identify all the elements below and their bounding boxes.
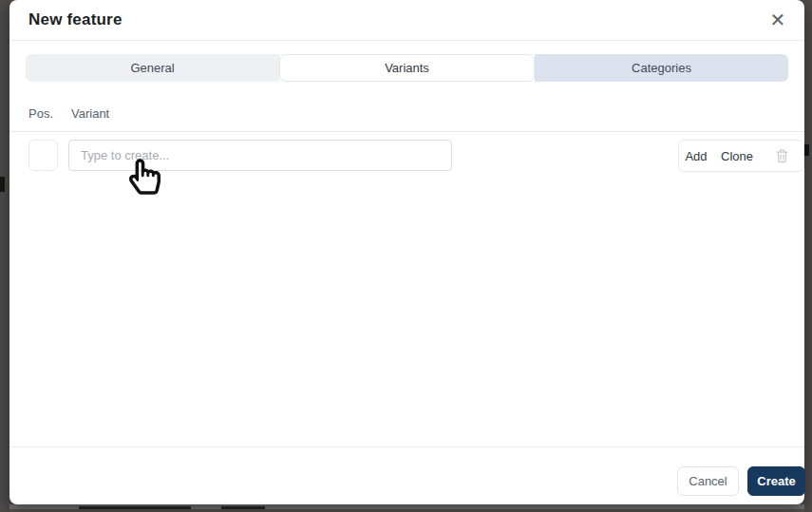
background-text-artifact (79, 506, 191, 510)
clone-button[interactable]: Clone (713, 141, 761, 171)
cancel-button[interactable]: Cancel (677, 466, 739, 496)
tab-categories[interactable]: Categories (535, 54, 788, 82)
header-divider (9, 131, 804, 132)
position-input[interactable] (28, 140, 58, 171)
background-left-artifact (0, 177, 5, 192)
background-text-artifact (221, 506, 265, 510)
dialog-header: New feature ✕ (9, 0, 804, 41)
delete-button[interactable] (761, 141, 803, 171)
new-feature-dialog: New feature ✕ General Variants Categorie… (9, 0, 804, 504)
tab-bar: General Variants Categories (26, 54, 788, 82)
column-header-variant: Variant (71, 106, 109, 121)
add-button[interactable]: Add (679, 141, 713, 171)
create-button[interactable]: Create (747, 466, 805, 496)
column-header-pos: Pos. (28, 106, 53, 121)
tab-general[interactable]: General (26, 54, 279, 82)
background-bottom-band (9, 504, 804, 512)
footer-divider (9, 446, 804, 447)
close-icon[interactable]: ✕ (765, 7, 791, 33)
tab-variants[interactable]: Variants (279, 54, 535, 82)
trash-icon (775, 148, 789, 163)
dialog-title: New feature (28, 10, 123, 29)
variant-input[interactable] (68, 140, 452, 171)
row-action-group: Add Clone (678, 140, 804, 172)
background-right-artifact (804, 144, 809, 156)
